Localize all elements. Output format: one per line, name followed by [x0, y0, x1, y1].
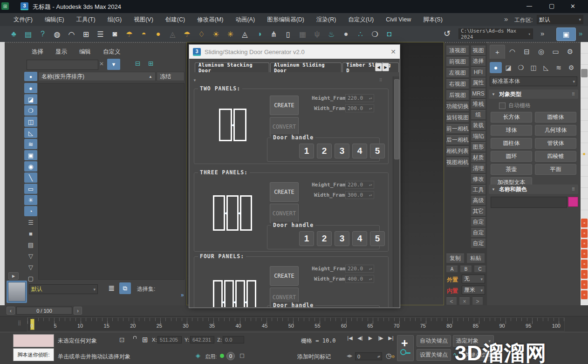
abc-button[interactable]: B: [460, 266, 472, 273]
fire-icon[interactable]: ♨: [324, 27, 339, 41]
create-button[interactable]: CREATE: [270, 266, 299, 286]
view-nav-button[interactable]: 前视图: [446, 57, 469, 67]
door-handle-button[interactable]: 4: [352, 231, 367, 246]
xrefs-filter[interactable]: ◉: [24, 161, 37, 172]
macro-nav-button[interactable]: 视图: [471, 46, 486, 55]
spot-light-icon[interactable]: ☂: [122, 27, 137, 41]
macro-nav-button[interactable]: 组: [471, 110, 486, 120]
plugin-icon[interactable]: ≡: [581, 239, 588, 248]
autogrid-checkbox[interactable]: [499, 103, 506, 109]
door-handle-button[interactable]: 5: [370, 144, 385, 158]
shapes-category[interactable]: ◪: [502, 62, 514, 73]
menu-item[interactable]: 修改器(M): [191, 13, 229, 26]
funnel-gear-icon[interactable]: ▽: [24, 251, 37, 261]
tab-scroll-right-button[interactable]: ▶: [382, 63, 389, 71]
view-nav-button[interactable]: 后视图: [446, 90, 469, 100]
display-tab[interactable]: ▭: [548, 45, 563, 59]
hierarchy-mode-button[interactable]: ⧉: [119, 282, 131, 294]
next-button[interactable]: >: [472, 297, 483, 305]
frame-forward-button[interactable]: ›: [74, 307, 82, 315]
dialog-tab[interactable]: Timber Sliding D: [342, 62, 399, 72]
column-header-freeze[interactable]: 冻结: [157, 72, 185, 81]
cameras-filter[interactable]: ◫: [24, 117, 37, 127]
explorer-list[interactable]: [38, 83, 185, 280]
hierarchy-toggle-icon[interactable]: ⊟: [135, 60, 141, 67]
key-mode-button[interactable]: +: [397, 335, 414, 361]
primitive-button[interactable]: 管状体: [535, 138, 576, 149]
helpers-category[interactable]: ◺: [540, 62, 552, 73]
material-sphere-icon[interactable]: ●: [339, 27, 353, 41]
macro-nav-button[interactable]: 属性: [471, 78, 486, 88]
object-type-rollout[interactable]: ▼ 对象类型 ⠿: [489, 89, 578, 99]
sphere-light-icon[interactable]: ●: [151, 27, 165, 41]
explorer-menu-item[interactable]: 选择: [32, 48, 43, 56]
primitive-button[interactable]: 圆环: [491, 151, 532, 162]
minimize-button[interactable]: —: [526, 3, 532, 9]
geosphere-dim-icon[interactable]: ◬: [165, 27, 180, 41]
height-frame-spinner[interactable]: 220.0: [345, 181, 374, 189]
project-path-select[interactable]: C:\Users\Ad⋯ds Max 2024: [458, 28, 533, 39]
isolate-icon[interactable]: ⊡: [119, 336, 125, 343]
bones-filter[interactable]: ╲: [24, 172, 37, 183]
help-icon[interactable]: ?: [35, 27, 50, 41]
view-nav-button[interactable]: 后一相机: [446, 135, 469, 145]
column-header-name[interactable]: 名称(按升序排序) ▲: [38, 72, 156, 81]
primitive-button[interactable]: 球体: [491, 125, 532, 136]
rollout-grip[interactable]: ⠿: [379, 78, 383, 82]
convert-button[interactable]: CONVERT: [270, 117, 299, 137]
menu-item[interactable]: 自定义(U): [342, 13, 380, 26]
menu-item[interactable]: 渲染(R): [310, 13, 342, 26]
undo-icon[interactable]: ↺: [444, 28, 451, 39]
menu-item[interactable]: 编辑(E): [39, 13, 70, 26]
plugin-icon[interactable]: ≡: [581, 249, 588, 258]
search-filter-button[interactable]: ▼: [107, 59, 120, 70]
door-handle-button[interactable]: 2: [317, 144, 332, 158]
create-button[interactable]: CREATE: [270, 96, 299, 115]
tab-scroll-left-button[interactable]: ◀: [375, 63, 382, 71]
macro-nav-button[interactable]: 材质: [471, 153, 486, 163]
primitive-button[interactable]: 圆柱体: [491, 138, 532, 149]
playback-button[interactable]: |◀: [346, 335, 354, 341]
dialog-scrollbar[interactable]: [393, 76, 399, 307]
cube-icon[interactable]: ◻: [239, 352, 245, 359]
teapot-icon[interactable]: ◍: [50, 27, 64, 41]
toolbar-overflow-chevron-2[interactable]: »: [579, 29, 582, 37]
dome-light-icon[interactable]: ◓: [137, 27, 151, 41]
explorer-menu-item[interactable]: 编辑: [79, 48, 91, 56]
door-icon[interactable]: ▯: [281, 27, 295, 41]
enable-count-badge[interactable]: 0: [226, 352, 235, 360]
macro-nav-button[interactable]: 图形: [471, 142, 486, 152]
primitive-button[interactable]: 平面: [535, 164, 576, 175]
explorer-menu-item[interactable]: 自定义: [103, 48, 121, 56]
menu-item[interactable]: 动画(A): [229, 13, 261, 26]
menu-item[interactable]: 文件(F): [7, 13, 39, 26]
macro-nav-button[interactable]: 装载: [471, 121, 486, 130]
cameras-category[interactable]: ◫: [527, 62, 540, 73]
menu-item[interactable]: 组(G): [102, 13, 128, 26]
rollout-collapse-icon[interactable]: ▼: [193, 78, 197, 82]
timeline-ruler[interactable]: 0510152025303540455055606570758085909510…: [27, 317, 565, 331]
geometry-category[interactable]: ●: [490, 62, 502, 73]
door-handle-button[interactable]: 3: [335, 144, 349, 158]
macro-nav-button[interactable]: 自定: [471, 217, 486, 227]
plugin-icon[interactable]: ≡: [581, 290, 588, 299]
width-frame-spinner[interactable]: 200.0: [345, 104, 374, 112]
close-x-button[interactable]: ×: [459, 297, 470, 305]
copy-button[interactable]: 复制: [446, 254, 465, 263]
sphere-icon[interactable]: ◑: [252, 27, 267, 41]
workspace-select[interactable]: 默认: [537, 15, 583, 24]
macro-nav-button[interactable]: 工具: [471, 185, 486, 195]
menu-item[interactable]: 创建(C): [159, 13, 191, 26]
lights-category[interactable]: ❍: [515, 62, 527, 73]
playback-button[interactable]: ▶|: [387, 335, 395, 341]
menu-item[interactable]: 脚本(S): [417, 13, 449, 26]
list-view-icon[interactable]: ☰: [24, 217, 37, 227]
sun-icon[interactable]: ☀: [209, 27, 223, 41]
height-frame-spinner[interactable]: 220.0: [345, 94, 374, 102]
timeline-grip[interactable]: ⣿: [18, 320, 21, 325]
view-nav-button[interactable]: 前一相机: [446, 124, 469, 134]
hierarchy-tab[interactable]: ⊟: [520, 45, 534, 59]
shape-objects-filter[interactable]: ▭: [24, 184, 37, 194]
save-button[interactable]: ▣: [556, 27, 576, 41]
dialog-tab[interactable]: Aluminum Sliding Door: [270, 62, 342, 72]
